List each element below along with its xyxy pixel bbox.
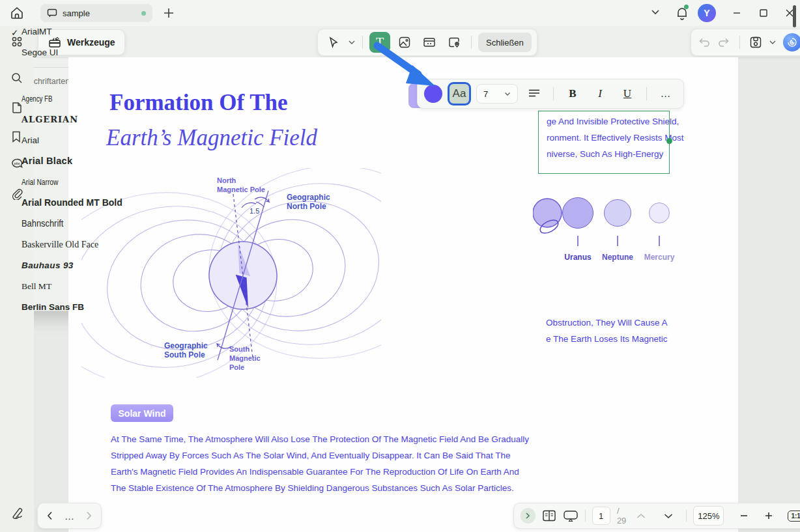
page-number-input[interactable]: 1 (592, 507, 610, 525)
label-geographic-north-pole: GeographicNorth Pole (287, 193, 330, 211)
divider (362, 36, 363, 49)
clipped-doc-line: Obstruction, They Will Cause A (546, 318, 668, 328)
theme-palette-icon[interactable] (10, 507, 25, 521)
page-nav-pill: … (37, 503, 102, 529)
paragraph-line: Stripped Away By Forces Such As The Sola… (111, 451, 511, 460)
undo-button[interactable] (698, 36, 711, 48)
history-save-panel (691, 29, 800, 56)
font-option[interactable]: Agency FB (21, 92, 134, 105)
divider (686, 510, 687, 522)
textbox-line: ronment. It Effectively Resists Most (547, 133, 684, 143)
ai-assistant-button[interactable] (783, 33, 800, 51)
underline-button[interactable]: U (616, 83, 638, 104)
paragraph-line: The Stable Existence Of The Atmosphere B… (111, 483, 514, 493)
divider (553, 87, 554, 100)
presentation-mode-button[interactable] (563, 509, 579, 522)
zoom-level-box[interactable]: 125% (693, 506, 724, 525)
font-option[interactable]: Arial Narrow (21, 176, 140, 188)
expand-toolbar-button[interactable] (521, 508, 536, 524)
new-tab-button[interactable] (162, 7, 175, 20)
bold-button[interactable]: B (562, 83, 584, 104)
doc-title-line1: Formation Of The (109, 90, 288, 116)
font-option[interactable]: Arial Black (21, 155, 177, 167)
page-number-value: 1 (599, 511, 603, 521)
clipped-doc-line: e The Earth Loses Its Magnetic (546, 334, 668, 344)
document-tab[interactable]: sample (40, 4, 152, 22)
page-up-chevron-icon[interactable] (636, 513, 646, 519)
home-icon[interactable] (9, 5, 25, 21)
page-total-label: / 29 (617, 506, 630, 525)
paragraph-line: Earth's Magnetic Field Provides An Indis… (111, 467, 519, 477)
minimize-button[interactable] (728, 5, 745, 21)
font-option[interactable]: Bell MT (21, 280, 177, 292)
solar-wind-label: Solar Wind (119, 408, 166, 419)
notification-dot (684, 5, 689, 9)
font-option[interactable]: Bauhaus 93 (21, 259, 177, 272)
text-format-toolbar: Aa 7 B I U … (417, 79, 684, 109)
status-bar: 1 / 29 125% 1:1 (513, 503, 800, 529)
italic-button[interactable]: I (589, 83, 611, 104)
select-tool-button[interactable] (323, 32, 344, 53)
page-view-mode-button[interactable] (542, 509, 556, 522)
label-geographic-south-pole: GeographicSouth Pole (164, 341, 208, 359)
textbox-line: niverse, Such As High-Energy (547, 149, 663, 159)
partial-planet (533, 197, 563, 238)
font-option[interactable]: Arial Rounded MT Bold (21, 197, 177, 209)
avatar[interactable]: Y (698, 4, 716, 22)
tab-doc-icon (47, 8, 57, 18)
align-button[interactable] (523, 83, 545, 104)
label-north-magnetic-pole: NorthMagnetic Pole (217, 176, 265, 194)
location-icon (448, 36, 461, 49)
label-axis-angle: 1.5 (250, 207, 259, 215)
stamp-tool-button[interactable] (444, 32, 464, 53)
selected-textbox[interactable]: ge And Invisible Protective Shield,ronme… (538, 111, 670, 174)
save-button[interactable] (749, 36, 762, 49)
schliessen-label: Schließen (486, 38, 524, 48)
save-icon (749, 36, 762, 49)
font-size-select[interactable]: 7 (476, 84, 518, 104)
font-family-button-label: Aa (453, 87, 466, 100)
save-chevron-icon[interactable] (769, 40, 777, 45)
more-format-options-button[interactable]: … (655, 83, 677, 104)
actual-size-label: 1:1 (791, 512, 800, 520)
font-option[interactable]: Berlin Sans FB (21, 301, 177, 311)
avatar-initial: Y (704, 8, 709, 18)
page-down-chevron-icon[interactable] (664, 513, 673, 519)
paragraph-line: At The Same Time, The Atmosphere Will Al… (111, 434, 529, 444)
select-tool-chevron-icon[interactable] (348, 40, 356, 45)
font-option[interactable]: Bahnschrift (21, 217, 165, 230)
app-window: sample Y Werkzeuge T (0, 0, 800, 532)
unsaved-status-dot (141, 11, 146, 16)
label-south-magnetic-pole: SouthMagneticPole (229, 344, 261, 372)
pager-more-button[interactable]: … (64, 511, 74, 522)
actual-size-button[interactable]: 1:1 (788, 511, 800, 522)
font-option-recent[interactable]: ArialMT✓ (21, 25, 177, 38)
divider (471, 36, 472, 49)
tab-title: sample (63, 8, 141, 18)
font-option-recent[interactable]: Segoe UI (21, 46, 177, 59)
planet-label: Uranus (564, 253, 591, 262)
font-dropdown: Zuletzt verwendet ArialMT✓Segoe UI Alle … (0, 0, 178, 311)
zoom-out-button[interactable] (739, 511, 749, 520)
schliessen-button[interactable]: Schließen (478, 33, 532, 52)
font-family-button[interactable]: Aa (448, 82, 471, 105)
planet-tick (659, 236, 660, 246)
font-option[interactable]: ALGERIAN (21, 113, 177, 126)
check-icon: ✓ (11, 27, 18, 39)
solar-wind-badge: Solar Wind (111, 404, 173, 422)
redo-button[interactable] (717, 36, 730, 48)
font-option[interactable]: Baskerville Old Face (21, 238, 177, 251)
zoom-in-button[interactable] (764, 511, 773, 520)
prev-page-chevron-icon[interactable] (47, 511, 53, 520)
next-page-chevron-icon[interactable] (86, 511, 92, 520)
search-icon[interactable] (10, 72, 23, 85)
maximize-button[interactable] (755, 5, 772, 21)
selection-handle[interactable] (666, 138, 672, 144)
notifications-bell-icon[interactable] (675, 5, 689, 21)
font-option[interactable]: Arial (21, 134, 177, 147)
tabs-chevron-down-icon[interactable] (650, 8, 661, 16)
planet-label: Mercury (644, 253, 675, 262)
bookmark-icon[interactable] (10, 130, 22, 143)
ai-swirl-icon (786, 36, 798, 48)
planet-tick (577, 236, 579, 246)
